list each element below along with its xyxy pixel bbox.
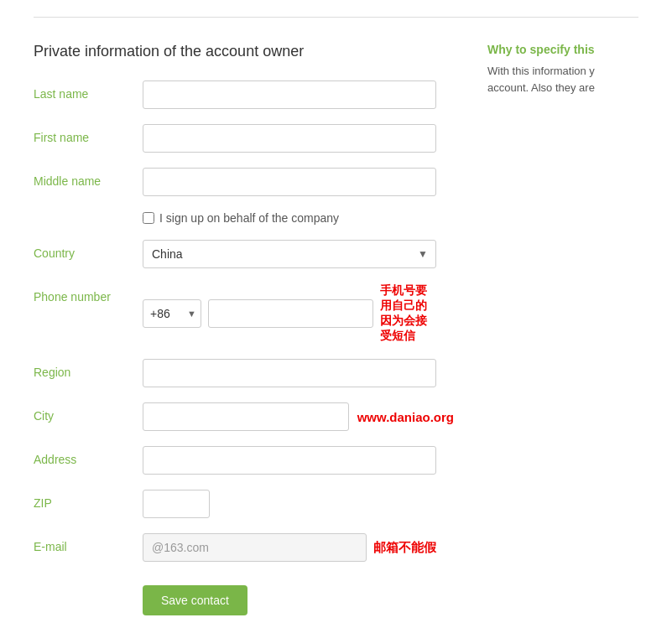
phone-annotation: 手机号要用自己的因为会接受短信 (380, 283, 436, 344)
email-label: E-mail (34, 533, 143, 553)
zip-input[interactable] (143, 490, 210, 518)
email-wrap: 邮箱不能假 (143, 533, 436, 562)
zip-control (143, 490, 454, 518)
phone-control: +86 +1 +7 +49 ▼ 手机号要用自己的因为会接受短信 (143, 283, 454, 344)
email-row: E-mail 邮箱不能假 (34, 533, 454, 562)
middle-name-input[interactable] (143, 168, 436, 196)
zip-label: ZIP (34, 490, 143, 510)
region-control (143, 359, 454, 387)
first-name-input[interactable] (143, 124, 436, 153)
city-annotation: www.daniao.org (357, 410, 454, 424)
email-control: 邮箱不能假 (143, 533, 454, 562)
sidebar-why-text: With this information y account. Also th… (487, 63, 638, 96)
city-label: City (34, 402, 143, 423)
country-select[interactable]: China USA Russia Germany (143, 240, 436, 268)
save-contact-button[interactable]: Save contact (143, 585, 247, 615)
company-checkbox-label[interactable]: I sign up on behalf of the company (159, 211, 339, 225)
top-divider (34, 17, 638, 18)
city-control: www.daniao.org (143, 402, 454, 431)
middle-name-label: Middle name (34, 168, 143, 188)
first-name-label: First name (34, 124, 143, 144)
region-label: Region (34, 359, 143, 379)
city-wrap: www.daniao.org (143, 402, 454, 431)
address-row: Address (34, 446, 454, 475)
company-checkbox[interactable] (143, 212, 154, 224)
phone-input[interactable] (208, 299, 373, 328)
middle-name-row: Middle name (34, 168, 454, 196)
country-control: China USA Russia Germany ▼ (143, 240, 454, 268)
last-name-input[interactable] (143, 80, 436, 109)
last-name-row: Last name (34, 80, 454, 109)
country-label: Country (34, 240, 143, 260)
address-input[interactable] (143, 446, 436, 475)
phone-row: Phone number +86 +1 +7 +49 ▼ (34, 283, 454, 344)
form-sidebar: Why to specify this With this informatio… (487, 43, 638, 615)
first-name-control (143, 124, 454, 153)
address-label: Address (34, 446, 143, 466)
city-row: City www.daniao.org (34, 402, 454, 431)
country-select-wrap: China USA Russia Germany ▼ (143, 240, 436, 268)
phone-label: Phone number (34, 283, 143, 304)
last-name-label: Last name (34, 80, 143, 101)
country-row: Country China USA Russia Germany ▼ (34, 240, 454, 268)
section-title: Private information of the account owner (34, 43, 454, 60)
phone-code-wrap: +86 +1 +7 +49 ▼ (143, 299, 201, 328)
first-name-row: First name (34, 124, 454, 153)
city-input[interactable] (143, 402, 349, 431)
zip-row: ZIP (34, 490, 454, 518)
phone-code-select[interactable]: +86 +1 +7 +49 (143, 299, 201, 328)
last-name-control (143, 80, 454, 109)
company-checkbox-row: I sign up on behalf of the company (143, 211, 454, 225)
address-control (143, 446, 454, 475)
phone-wrap: +86 +1 +7 +49 ▼ 手机号要用自己的因为会接受短信 (143, 283, 436, 344)
region-input[interactable] (143, 359, 436, 387)
email-annotation: 邮箱不能假 (373, 540, 436, 556)
middle-name-control (143, 168, 454, 196)
region-row: Region (34, 359, 454, 387)
email-input[interactable] (143, 533, 367, 562)
sidebar-why-title: Why to specify this (487, 43, 638, 56)
